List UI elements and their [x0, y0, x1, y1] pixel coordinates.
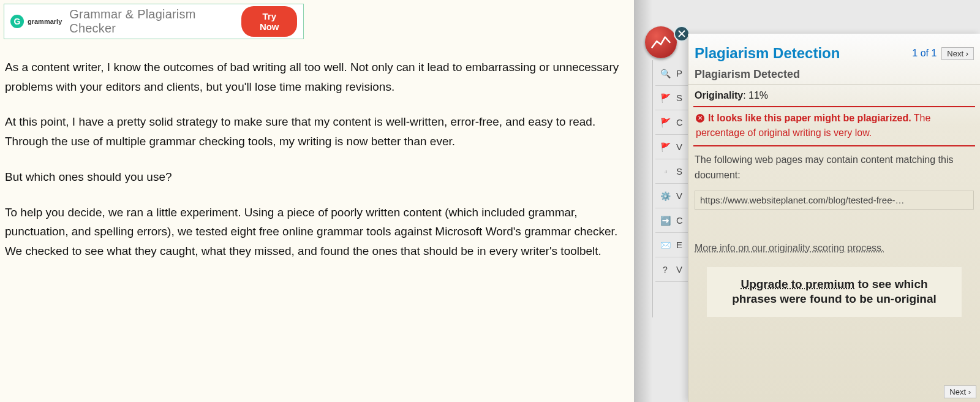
analysis-sidebar: 🔍P 🚩S 🚩C 🚩V ▫️S ⚙️V ➡️C ✉️E ?V: [655, 61, 692, 282]
warning-box: ✕It looks like this paper might be plagi…: [693, 106, 975, 146]
flag-icon: 🚩: [660, 93, 670, 103]
sidebar-divider: [652, 60, 653, 317]
article-p3: But which ones should you use?: [5, 167, 629, 187]
ad-title: Grammar & Plagiarism Checker: [69, 7, 234, 36]
panel-title: Plagiarism Detection: [695, 45, 840, 62]
mail-icon: ✉️: [660, 240, 670, 250]
magnifier-icon: 🔍: [660, 69, 670, 78]
plagiarism-panel: Plagiarism Detection 1 of 1 Next › Plagi…: [688, 34, 980, 402]
grammarly-ad[interactable]: G grammarly Grammar & Plagiarism Checker…: [4, 4, 304, 39]
help-icon: ?: [660, 265, 670, 275]
ad-brand: grammarly: [28, 18, 62, 25]
flag-icon: 🚩: [660, 142, 670, 152]
originality-value: 11%: [748, 90, 768, 100]
article-area: G grammarly Grammar & Plagiarism Checker…: [0, 0, 634, 402]
explain-text: The following web pages may contain cont…: [688, 146, 980, 187]
sidebar-row[interactable]: 🚩S: [655, 86, 692, 110]
article-p1: As a content writer, I know the outcomes…: [5, 58, 629, 96]
analysis-chart-icon[interactable]: [645, 26, 677, 58]
upgrade-link[interactable]: Upgrade to premium: [741, 278, 854, 290]
try-now-button[interactable]: Try Now: [241, 6, 297, 37]
warning-bold: It looks like this paper might be plagia…: [708, 113, 911, 123]
matched-url[interactable]: https://www.websiteplanet.com/blog/teste…: [695, 191, 974, 210]
sidebar-row[interactable]: 🔍P: [655, 61, 692, 86]
more-info-link[interactable]: More info on our originality scoring pro…: [688, 213, 980, 254]
article-content: As a content writer, I know the outcomes…: [4, 39, 630, 261]
sidebar-row[interactable]: 🚩C: [655, 110, 692, 135]
page-icon: ▫️: [660, 167, 670, 176]
sidebar-row[interactable]: ✉️E: [655, 233, 692, 257]
sidebar-row[interactable]: ➡️C: [655, 208, 692, 233]
error-icon: ✕: [696, 114, 704, 123]
upgrade-callout: Upgrade to premium to see which phrases …: [707, 267, 962, 317]
panel-subtitle: Plagiarism Detected: [688, 66, 980, 85]
ad-logo: G grammarly: [10, 15, 62, 28]
sidebar-row[interactable]: 🚩V: [655, 135, 692, 159]
article-p2: At this point, I have a pretty solid str…: [5, 112, 629, 151]
originality-label: Originality: [695, 90, 743, 100]
article-p4: To help you decide, we ran a little expe…: [5, 203, 629, 261]
next-button[interactable]: Next ›: [941, 47, 974, 60]
originality-row: Originality: 11%: [688, 85, 980, 105]
sidebar-row[interactable]: ▫️S: [655, 159, 692, 184]
next-button-footer[interactable]: Next ›: [944, 385, 976, 398]
flag-icon: 🚩: [660, 118, 670, 127]
gear-icon: ⚙️: [660, 191, 670, 201]
grammarly-icon: G: [10, 15, 24, 28]
sidebar-row[interactable]: ?V: [655, 257, 692, 282]
arrow-icon: ➡️: [660, 216, 670, 226]
panel-count: 1 of 1: [912, 48, 937, 59]
sidebar-row[interactable]: ⚙️V: [655, 184, 692, 208]
